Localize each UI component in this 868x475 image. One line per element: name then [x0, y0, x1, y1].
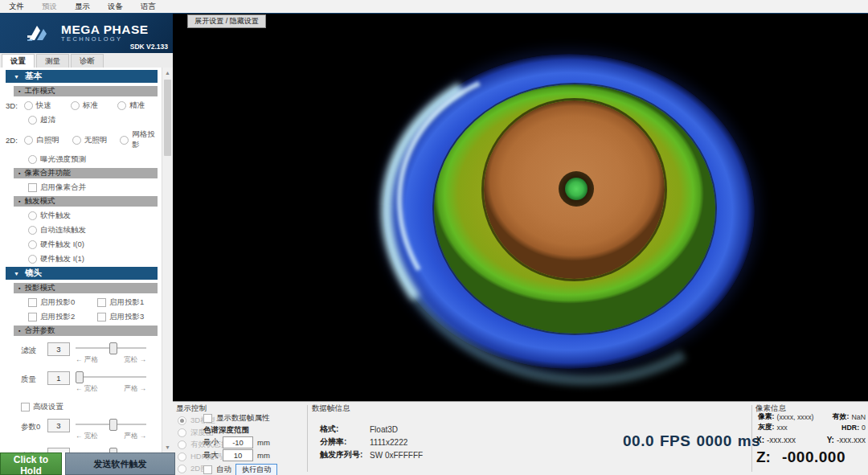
radio-3d-ultra[interactable]: 超清 — [28, 115, 75, 125]
radio-icon — [24, 136, 33, 145]
checkbox-projection-3[interactable]: 启用投影3 — [97, 312, 144, 322]
brand-name: MEGA PHASE — [61, 23, 149, 35]
brand-subname: TECHNOLOGY — [61, 35, 149, 43]
param0-value-input[interactable]: 3 — [47, 419, 70, 432]
trigger-row-hw0: 硬件触发 I(0) — [28, 240, 161, 250]
x-value: -xxx.xxx — [767, 436, 796, 444]
performance-stats: 00.0FPS0000ms — [617, 432, 752, 450]
section-lens[interactable]: ▼ 镜头 — [6, 267, 158, 280]
radio-hw-trigger-1[interactable]: 硬件触发 I(1) — [28, 254, 84, 264]
checkbox-icon — [28, 313, 37, 321]
section-bullet-icon: ▪ — [18, 285, 20, 291]
checkbox-projection-2[interactable]: 启用投影2 — [28, 312, 94, 322]
resolution-row: 分辨率: 1111x2222 — [320, 436, 423, 448]
checkbox-icon — [21, 403, 30, 412]
param0-label: 参数0 — [21, 419, 42, 441]
max-depth-input[interactable]: 10 — [223, 449, 253, 461]
menu-language[interactable]: 语言 — [132, 2, 165, 12]
checkbox-icon — [28, 298, 37, 307]
gray-row: 灰度: xxx HDR: 0 — [758, 423, 866, 432]
radio-icon — [71, 101, 80, 110]
tab-settings[interactable]: 设置 — [2, 54, 35, 68]
quality-value-input[interactable]: 1 — [47, 371, 70, 385]
frame-info-grid: 格式: Float3D 分辨率: 1111x2222 触发序列号: SW 0xF… — [320, 423, 423, 461]
radio-2d-none[interactable]: 无照明 — [72, 135, 117, 145]
binning-row: 启用像素合并 — [28, 182, 161, 193]
app-window: 文件 预设 显示 设备 语言 MEGA PHASE TECHNOLOGY SDK… — [0, 0, 868, 475]
work-mode-3d-row: 3D: 快速 标准 精准 — [6, 100, 161, 111]
min-depth-input[interactable]: -10 — [223, 436, 253, 448]
subsection-projection: ▪ 投影模式 — [14, 283, 158, 293]
tab-diagnose[interactable]: 诊断 — [71, 54, 104, 68]
radio-hw-trigger-0[interactable]: 硬件触发 I(0) — [28, 240, 84, 250]
menu-display[interactable]: 显示 — [66, 2, 99, 12]
radio-2d-grid[interactable]: 网格投影 — [120, 129, 161, 150]
min-unit: mm — [257, 438, 270, 447]
min-depth-row: 最小 -10 mm — [203, 436, 308, 448]
sidebar-scrollbar[interactable]: ▲ ▼ — [162, 68, 173, 452]
click-to-hold-button[interactable]: Click to Hold — [0, 452, 62, 475]
radio-3d-fast[interactable]: 快速 — [24, 100, 68, 111]
checkbox-projection-1[interactable]: 启用投影1 — [97, 297, 144, 308]
radio-exposure-predict[interactable]: 曝光强度预测 — [28, 154, 86, 165]
strict-caption: 严格 → — [124, 384, 146, 394]
send-software-trigger-button[interactable]: 发送软件触发 — [65, 452, 175, 475]
advanced-row: 高级设置 — [21, 402, 161, 412]
checkbox-icon[interactable] — [203, 414, 212, 423]
work-mode-2d-row: 2D: 白照明 无照明 网格投影 — [6, 129, 161, 150]
strict-caption: ← 严格 — [76, 355, 98, 365]
work-mode-3d-row2: 超清 — [28, 115, 161, 125]
execute-auto-button[interactable]: 执行自动 — [235, 464, 277, 475]
radio-3d-fine[interactable]: 精准 — [117, 100, 161, 111]
scrollbar-thumb[interactable] — [164, 80, 171, 156]
radio-icon — [120, 136, 129, 145]
slider-thumb[interactable] — [109, 419, 117, 431]
quality-slider[interactable] — [76, 371, 146, 383]
sidebar: MEGA PHASE TECHNOLOGY SDK V2.133 设置 测量 诊… — [0, 13, 173, 475]
param0-slider[interactable] — [76, 419, 146, 430]
filter-label: 滤波 — [21, 342, 42, 365]
slider-thumb[interactable] — [76, 371, 84, 383]
sdk-version: SDK V2.133 — [130, 43, 168, 51]
radio-auto-trigger[interactable]: 自动连续触发 — [28, 225, 86, 235]
merge-params-label: 合并参数 — [24, 326, 55, 336]
radio-icon — [28, 116, 37, 125]
menu-device[interactable]: 设备 — [99, 2, 132, 12]
scroll-down-icon[interactable]: ▼ — [162, 442, 173, 452]
display-control-title: 显示控制 — [176, 403, 207, 414]
menu-file[interactable]: 文件 — [0, 2, 33, 12]
section-basic[interactable]: ▼ 基本 — [6, 70, 158, 83]
object-center-dot — [565, 178, 588, 200]
xy-row: X: -xxx.xxx Y: -xxx.xxx — [756, 436, 866, 444]
filter-slider[interactable] — [76, 342, 146, 354]
trigger-row-auto: 自动连续触发 — [28, 225, 161, 235]
tab-measure[interactable]: 测量 — [36, 54, 69, 68]
radio-2d-white[interactable]: 白照明 — [24, 135, 69, 145]
min-label: 最小 — [203, 437, 219, 448]
depth-range-controls: 显示数据帧属性 色谱深度范围 最小 -10 mm 最大 10 mm 自动 执行自… — [203, 412, 308, 475]
loose-caption: ← 宽松 — [76, 432, 98, 441]
checkbox-icon — [97, 298, 106, 307]
pixel-coords-value: (xxxx, xxxx) — [777, 413, 814, 421]
checkbox-advanced[interactable]: 高级设置 — [21, 402, 63, 412]
trigger-seq-value: SW 0xFFFFFF — [370, 451, 423, 460]
filter-value-input[interactable]: 3 — [47, 342, 70, 356]
scroll-up-icon[interactable]: ▲ — [162, 68, 173, 78]
radio-3d-standard[interactable]: 标准 — [71, 100, 114, 111]
checkbox-enable-binning[interactable]: 启用像素合并 — [28, 182, 86, 193]
menu-preset[interactable]: 预设 — [33, 2, 66, 12]
section-basic-label: 基本 — [25, 71, 42, 82]
slider-thumb[interactable] — [109, 342, 117, 354]
label-2d: 2D: — [6, 136, 21, 145]
checkbox-projection-0[interactable]: 启用投影0 — [28, 297, 94, 308]
projection-label: 投影模式 — [24, 283, 55, 293]
frame-info-title: 数据帧信息 — [312, 403, 350, 414]
viewport-3d[interactable]: 展开设置 / 隐藏设置 — [173, 13, 868, 401]
radio-software-trigger[interactable]: 软件触发 — [28, 211, 71, 221]
trigger-row-hw1: 硬件触发 I(1) — [28, 254, 161, 264]
checkbox-icon[interactable] — [203, 465, 212, 474]
toggle-settings-button[interactable]: 展开设置 / 隐藏设置 — [187, 14, 266, 28]
param0-slider-row: 参数0 3 ← 宽松严格 → — [21, 419, 161, 441]
panel-divider — [751, 405, 752, 472]
trigger-label: 触发模式 — [24, 196, 55, 207]
